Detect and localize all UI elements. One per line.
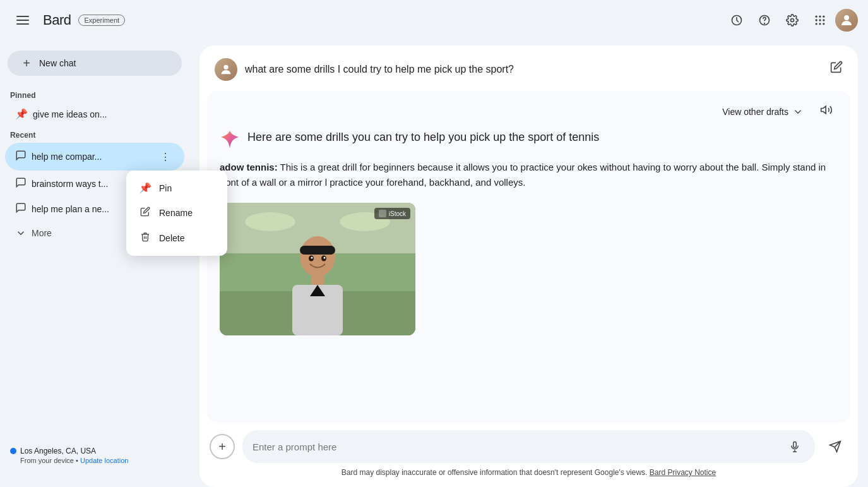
location-dot [10, 448, 16, 454]
svg-point-10 [816, 23, 817, 25]
istock-label: iStock [389, 210, 406, 217]
location-sub-text: From your device [20, 457, 74, 464]
rename-icon [139, 207, 152, 219]
pin-icon: 📌 [15, 108, 28, 120]
new-chat-button[interactable]: + New chat [8, 51, 182, 76]
prompt-input[interactable] [253, 442, 780, 452]
context-menu: 📌 Pin Rename Delete [126, 171, 227, 256]
history-button[interactable] [724, 8, 749, 33]
menu-button[interactable] [10, 8, 35, 33]
location-row: Los Angeles, CA, USA [10, 447, 179, 455]
context-menu-pin-label: Pin [159, 183, 172, 193]
sidebar-item-more-button[interactable]: ⋮ [157, 148, 174, 165]
response-area: View other drafts [207, 91, 850, 423]
svg-point-8 [819, 19, 821, 21]
svg-point-28 [311, 257, 313, 259]
new-chat-label: New chat [39, 58, 76, 68]
edit-icon[interactable] [830, 61, 843, 76]
user-message-text: what are some drills I could try to help… [245, 58, 823, 77]
topbar-left: Bard Experiment [10, 8, 724, 33]
svg-point-11 [819, 23, 821, 25]
plus-icon: + [20, 57, 33, 69]
pinned-section-label: Pinned [0, 86, 189, 102]
input-row: + [210, 430, 848, 463]
context-menu-rename-label: Rename [159, 208, 193, 218]
input-area: + Bard may display inaccurate or offensi… [199, 423, 858, 487]
delete-icon [139, 232, 152, 244]
response-text-content: This is a great drill for beginners beca… [220, 162, 826, 188]
update-location-link[interactable]: Update location [80, 457, 128, 464]
svg-point-21 [300, 236, 335, 277]
volume-icon[interactable] [815, 99, 838, 124]
svg-point-3 [791, 19, 794, 22]
istock-badge: iStock [374, 208, 410, 219]
topbar-right [724, 8, 858, 33]
istock-icon [379, 210, 386, 217]
topbar: Bard Experiment [0, 0, 868, 40]
svg-point-19 [245, 212, 295, 231]
response-header: View other drafts [207, 91, 850, 129]
svg-point-5 [819, 16, 821, 18]
context-menu-delete-label: Delete [159, 233, 184, 243]
pin-icon: 📌 [139, 182, 152, 194]
view-other-drafts-button[interactable]: View other drafts [716, 102, 810, 121]
bard-gem-icon [220, 129, 240, 150]
apps-button[interactable] [807, 8, 833, 33]
svg-rect-22 [300, 246, 335, 255]
location-city: Los Angeles, CA, USA [20, 447, 96, 455]
sidebar-item-recent-1[interactable]: help me compar... ⋮ [5, 143, 184, 171]
svg-point-2 [764, 23, 765, 24]
location-sub: From your device • Update location [10, 457, 179, 464]
mic-button[interactable] [785, 436, 805, 457]
response-content: Here are some drills you can try to help… [207, 129, 850, 423]
prompt-input-wrapper [242, 430, 815, 463]
sidebar-item-text-1: help me compar... [32, 152, 152, 162]
response-text-bold: adow tennis: [220, 162, 278, 172]
context-menu-rename[interactable]: Rename [126, 200, 227, 225]
context-menu-pin[interactable]: 📌 Pin [126, 176, 227, 200]
experiment-badge: Experiment [78, 15, 125, 26]
settings-button[interactable] [780, 8, 805, 33]
bard-response-title: Here are some drills you can try to help… [247, 129, 599, 145]
recent-section-label: Recent [0, 126, 189, 142]
svg-point-29 [324, 257, 326, 259]
avatar [835, 9, 858, 32]
svg-point-4 [816, 16, 817, 18]
sidebar-bottom: Los Angeles, CA, USA From your device • … [0, 436, 189, 474]
user-avatar [215, 58, 237, 81]
disclaimer-text: Bard may display inaccurate or offensive… [342, 468, 648, 477]
tennis-image: iStock [220, 203, 415, 335]
send-button[interactable] [823, 434, 848, 459]
main-content: what are some drills I could try to help… [189, 0, 868, 487]
svg-rect-30 [794, 442, 797, 448]
svg-point-6 [823, 16, 824, 18]
user-message-row: what are some drills I could try to help… [199, 45, 858, 91]
svg-point-7 [816, 19, 817, 21]
svg-point-9 [823, 19, 824, 21]
brand-title: Bard [43, 12, 71, 28]
svg-point-13 [844, 15, 849, 20]
bard-response-row: Here are some drills you can try to help… [220, 129, 838, 150]
add-attachment-button[interactable]: + [210, 434, 235, 459]
svg-marker-15 [821, 106, 826, 114]
context-menu-delete[interactable]: Delete [126, 225, 227, 251]
svg-point-12 [823, 23, 824, 25]
user-avatar-button[interactable] [835, 9, 858, 32]
chat-icon-3 [15, 202, 27, 216]
image-area: iStock [220, 203, 415, 335]
privacy-notice-link[interactable]: Bard Privacy Notice [650, 468, 716, 477]
view-other-drafts-label: View other drafts [722, 107, 788, 117]
chat-container: what are some drills I could try to help… [199, 45, 858, 487]
disclaimer: Bard may display inaccurate or offensive… [210, 468, 848, 477]
sidebar-item-text: give me ideas on... [33, 109, 174, 119]
more-label: More [32, 228, 52, 238]
sidebar-item-pinned-1[interactable]: 📌 give me ideas on... [5, 103, 184, 125]
help-button[interactable] [752, 8, 777, 33]
chat-icon-2 [15, 177, 27, 191]
chat-icon-1 [15, 150, 27, 164]
svg-point-14 [223, 65, 228, 69]
response-text: adow tennis: This is a great drill for b… [220, 160, 838, 190]
